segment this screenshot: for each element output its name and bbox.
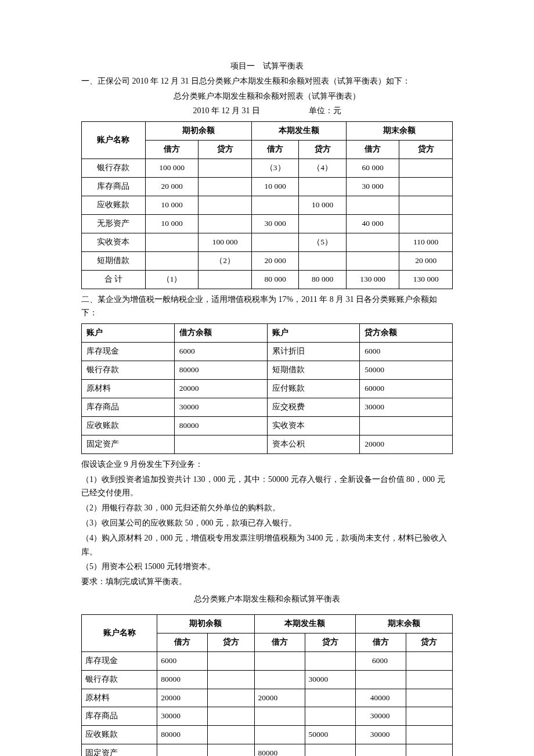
cell: 60 000 (346, 159, 399, 178)
cell: 20000 (174, 380, 267, 398)
cell: 80 000 (251, 270, 298, 289)
cell (346, 251, 399, 270)
cell: 银行存款 (82, 159, 146, 178)
cell (145, 251, 199, 270)
col-cr: 贷方 (208, 633, 254, 651)
cell: 短期借款 (82, 251, 146, 270)
table-row: 实收资本100 000（5）110 000 (82, 233, 453, 251)
table-row: 库存商品3000030000 (82, 707, 453, 726)
cell: 6000 (355, 651, 406, 670)
cell (406, 670, 452, 689)
cell: 合 计 (82, 270, 146, 289)
table-row: 银行存款8000030000 (82, 670, 453, 689)
cell: 40 000 (346, 214, 399, 233)
cell: 6000 (157, 651, 208, 670)
table-row: 应收账款800005000030000 (82, 726, 453, 744)
cell: 80000 (254, 744, 305, 756)
col-cr: 贷方 (406, 633, 452, 651)
col-cr: 贷方 (305, 633, 355, 651)
table-row: 库存商品20 00010 00030 000 (82, 178, 453, 196)
cell: 10 000 (145, 214, 199, 233)
table3-caption: 总分类账户本期发生额和余额试算平衡表 (81, 592, 453, 606)
col-credit-balance: 贷方余额 (360, 324, 453, 343)
project-title: 项目一 试算平衡表 (81, 59, 453, 73)
cell: 应收账款 (82, 416, 175, 435)
cell: 30000 (355, 707, 406, 726)
cell (199, 270, 252, 289)
cell (399, 159, 453, 178)
col-dr: 借方 (157, 633, 208, 651)
col-period: 本期发生额 (251, 122, 346, 141)
transaction-item: （5）用资本公积 15000 元转增资本。 (81, 560, 453, 574)
cell (305, 707, 355, 726)
cell: （4） (299, 159, 346, 178)
table1-date: 2010 年 12 月 31 日 (193, 106, 261, 115)
table-row: 账户 借方余额 账户 贷方余额 (82, 324, 453, 343)
cell: 20000 (157, 689, 208, 707)
cell (346, 196, 399, 214)
cell: 80000 (157, 726, 208, 744)
cell: 10 000 (145, 196, 199, 214)
table-row: 银行存款80000短期借款50000 (82, 361, 453, 380)
cell: （1） (145, 270, 199, 289)
col-close: 期末余额 (355, 614, 452, 633)
cell: 30000 (157, 707, 208, 726)
col-open: 期初余额 (145, 122, 251, 141)
cell: 20 000 (251, 251, 298, 270)
table-row: 短期借款（2）20 00020 000 (82, 251, 453, 270)
table-row: 合 计（1）80 00080 000130 000130 000 (82, 270, 453, 289)
table-row: 固定资产资本公积20000 (82, 435, 453, 453)
col-dr: 借方 (346, 141, 399, 159)
col-dr: 借方 (355, 633, 406, 651)
cell: 应收账款 (82, 726, 157, 744)
cell (346, 233, 399, 251)
transaction-item: （3）收回某公司的应收账款 50，000 元，款项已存入银行。 (81, 516, 453, 530)
cell (305, 651, 355, 670)
cell (254, 707, 305, 726)
table-row: 账户名称 期初余额 本期发生额 期末余额 (82, 122, 453, 141)
cell (399, 196, 453, 214)
cell: 短期借款 (267, 361, 360, 380)
cell: 80 000 (299, 270, 346, 289)
cell: 30 000 (346, 178, 399, 196)
cell (157, 744, 208, 756)
cell: 10 000 (251, 178, 298, 196)
col-dr: 借方 (145, 141, 199, 159)
cell (199, 159, 252, 178)
table-row: 账户名称 期初余额 本期发生额 期末余额 (82, 614, 453, 633)
cell (406, 707, 452, 726)
col-account: 账户 (267, 324, 360, 343)
cell: 50000 (360, 361, 453, 380)
cell: 30000 (174, 398, 267, 416)
cell (399, 178, 453, 196)
cell (254, 726, 305, 744)
col-dr: 借方 (251, 141, 298, 159)
cell (299, 214, 346, 233)
col-account: 账户 (82, 324, 175, 343)
cell (199, 178, 252, 196)
cell: 100 000 (145, 159, 199, 178)
cell (199, 196, 252, 214)
table-row: 无形资产10 00030 00040 000 (82, 214, 453, 233)
cell: 原材料 (82, 689, 157, 707)
cell: 100 000 (199, 233, 252, 251)
table-3: 账户名称 期初余额 本期发生额 期末余额 借方 贷方 借方 贷方 借方 贷方 库… (81, 614, 453, 756)
col-account: 账户名称 (82, 614, 157, 651)
col-account: 账户名称 (82, 122, 146, 159)
requirement-line: 要求：填制完成试算平衡表。 (81, 575, 453, 589)
table-1: 账户名称 期初余额 本期发生额 期末余额 借方 贷方 借方 贷方 借方 贷方 银… (81, 121, 453, 289)
cell: 累计折旧 (267, 343, 360, 361)
cell (208, 707, 254, 726)
cell: 库存商品 (82, 707, 157, 726)
cell (254, 670, 305, 689)
cell: 固定资产 (82, 744, 157, 756)
col-dr: 借方 (254, 633, 305, 651)
col-open: 期初余额 (157, 614, 254, 633)
cell (208, 689, 254, 707)
col-cr: 贷方 (299, 141, 346, 159)
cell (305, 689, 355, 707)
table-row: 库存现金6000累计折旧6000 (82, 343, 453, 361)
cell: 130 000 (346, 270, 399, 289)
cell: 20000 (254, 689, 305, 707)
cell (208, 726, 254, 744)
